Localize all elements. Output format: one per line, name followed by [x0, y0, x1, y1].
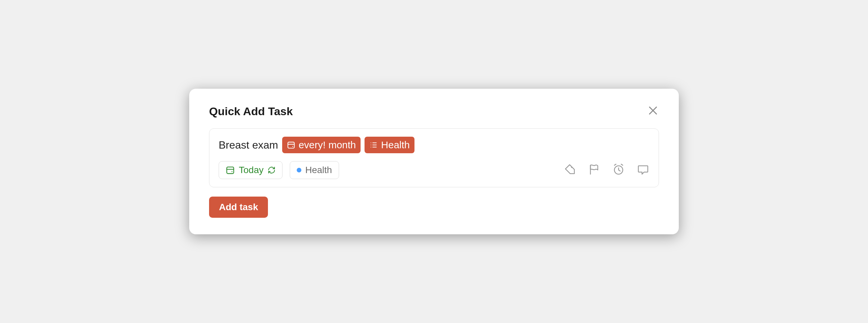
calendar-icon	[287, 141, 296, 149]
svg-point-7	[371, 145, 371, 145]
quick-add-task-dialog: Quick Add Task Breast exam every! month	[189, 89, 679, 234]
task-text: Breast exam	[219, 139, 278, 151]
recurring-icon	[268, 166, 276, 174]
project-token-label: Health	[381, 138, 410, 152]
calendar-icon	[226, 166, 235, 175]
svg-rect-11	[227, 167, 234, 174]
svg-line-16	[614, 164, 616, 165]
task-content-line: Breast exam every! month Hea	[219, 137, 649, 153]
svg-point-14	[571, 167, 572, 168]
date-chip[interactable]: Today	[219, 161, 282, 179]
flag-icon	[588, 163, 600, 176]
label-button[interactable]	[563, 163, 576, 177]
project-token[interactable]: Health	[365, 137, 414, 153]
date-chip-label: Today	[239, 165, 264, 175]
priority-button[interactable]	[588, 163, 600, 177]
svg-point-4	[292, 146, 293, 147]
list-icon	[369, 141, 378, 149]
close-button[interactable]	[647, 105, 659, 118]
task-input-area[interactable]: Breast exam every! month Hea	[209, 128, 659, 187]
project-chip[interactable]: Health	[290, 161, 339, 179]
icon-actions	[563, 163, 649, 177]
tag-icon	[563, 163, 576, 176]
chips-row: Today Health	[219, 161, 649, 179]
svg-point-9	[371, 147, 371, 147]
alarm-clock-icon	[612, 163, 625, 176]
project-chip-label: Health	[305, 165, 332, 175]
add-task-button[interactable]: Add task	[209, 197, 268, 218]
comment-button[interactable]	[637, 163, 649, 177]
reminder-button[interactable]	[612, 163, 625, 177]
project-dot-icon	[297, 168, 301, 172]
svg-point-5	[371, 142, 371, 143]
svg-rect-2	[288, 142, 294, 148]
dialog-title: Quick Add Task	[209, 105, 293, 118]
comment-icon	[637, 163, 649, 176]
schedule-token-label: every! month	[299, 138, 356, 152]
svg-line-17	[621, 164, 623, 165]
close-icon	[647, 105, 659, 117]
svg-point-13	[231, 171, 232, 172]
schedule-token[interactable]: every! month	[282, 137, 361, 153]
dialog-header: Quick Add Task	[209, 105, 659, 118]
